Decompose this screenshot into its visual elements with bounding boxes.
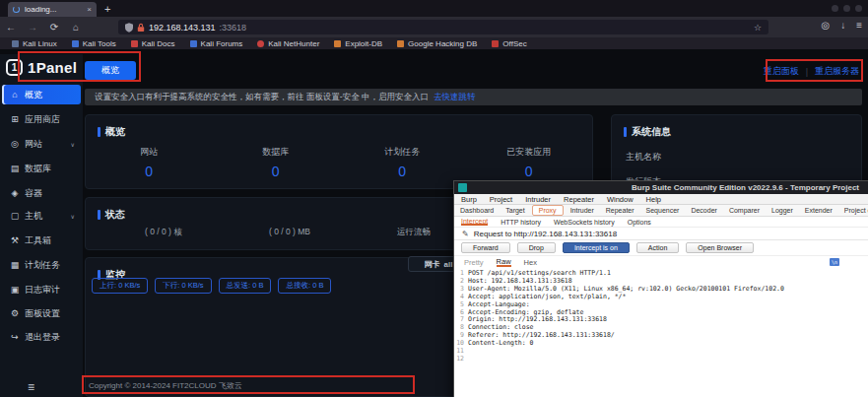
- subtab-intercept[interactable]: Intercept: [461, 218, 488, 226]
- burp-request-to-bar: ✎ Request to http://192.168.143.131:3361…: [454, 228, 868, 240]
- burp-app-icon: [458, 183, 467, 192]
- privacy-icon[interactable]: ◎: [821, 20, 830, 31]
- tab-title: loading...: [25, 5, 82, 14]
- forward-icon[interactable]: →: [22, 22, 43, 33]
- bookmark-kali-docs[interactable]: Kali Docs: [131, 39, 175, 48]
- alert-jump-link[interactable]: 去快速跳转: [434, 92, 476, 103]
- sidebar-item-logs[interactable]: ▣日志审计: [2, 280, 81, 299]
- action-button[interactable]: Action: [636, 242, 679, 253]
- maximize-icon[interactable]: [843, 5, 850, 12]
- overview-card-title: 概览: [105, 125, 125, 139]
- menu-repeater[interactable]: Repeater: [564, 195, 594, 204]
- sidebar-item-host[interactable]: ▢主机∨: [2, 206, 81, 226]
- open-browser-button[interactable]: Open Browser: [686, 242, 754, 253]
- intercept-toggle-button[interactable]: Intercept is on: [563, 242, 630, 253]
- chevron-down-icon: ∨: [71, 141, 75, 148]
- url-bar[interactable]: 192.168.143.131:33618 ☆: [118, 20, 768, 34]
- sidebar-item-website[interactable]: ◎网站∨: [2, 134, 81, 154]
- tab-repeater[interactable]: Repeater: [600, 206, 640, 215]
- minimize-icon[interactable]: [832, 5, 838, 12]
- burp-raw-request-editor[interactable]: 1POST /api/v1/settings/search HTTP/1.1 2…: [454, 268, 868, 364]
- show-nonprintables-button[interactable]: \n: [830, 258, 839, 266]
- tab-comparer[interactable]: Comparer: [723, 206, 766, 215]
- sidebar-item-overview[interactable]: ⌂概览: [2, 85, 81, 104]
- menu-burp[interactable]: Burp: [461, 195, 477, 204]
- tab-dashboard[interactable]: Dashboard: [454, 206, 500, 215]
- tab-decoder[interactable]: Decoder: [685, 206, 722, 215]
- close-icon[interactable]: [855, 5, 862, 12]
- bookmarks-bar: Kali Linux Kali Tools Kali Docs Kali For…: [0, 37, 868, 49]
- url-port: :33618: [220, 23, 247, 33]
- sidebar-item-app-store[interactable]: ⊞应用商店: [2, 109, 81, 129]
- bookmark-exploit-db[interactable]: Exploit-DB: [334, 39, 382, 48]
- schedule-icon: ▦: [10, 260, 20, 270]
- bookmark-kali-forums[interactable]: Kali Forums: [190, 39, 243, 48]
- url-host: 192.168.143.131: [149, 23, 216, 33]
- window-controls[interactable]: [832, 5, 862, 12]
- stat-website[interactable]: 网站0: [86, 146, 213, 179]
- bookmark-kali-tools[interactable]: Kali Tools: [72, 39, 116, 48]
- menu-project[interactable]: Project: [490, 195, 512, 204]
- sidebar-item-database[interactable]: ▤数据库: [2, 159, 81, 178]
- stat-cronjob[interactable]: 计划任务0: [339, 146, 466, 179]
- browser-tab-strip: loading... × +: [0, 0, 868, 17]
- tab-extender[interactable]: Extender: [799, 206, 838, 215]
- bookmark-star-icon[interactable]: ☆: [754, 23, 762, 33]
- request-line: 10Content-Length: 0: [454, 340, 868, 348]
- lock-icon[interactable]: [137, 23, 145, 33]
- menu-help[interactable]: Help: [646, 195, 661, 204]
- menu-window[interactable]: Window: [607, 195, 634, 204]
- tab-project-options[interactable]: Project options: [838, 206, 868, 215]
- sidebar-item-cron[interactable]: ▦计划任务: [2, 255, 81, 275]
- menu-icon[interactable]: ≡: [856, 20, 862, 31]
- bookmark-icon: [12, 40, 19, 47]
- database-icon: ▤: [10, 164, 20, 173]
- new-tab-button[interactable]: +: [104, 3, 110, 15]
- subtab-websockets-history[interactable]: WebSockets history: [554, 219, 615, 226]
- tab-logger[interactable]: Logger: [766, 206, 799, 215]
- sysinfo-hostname-row: 主机名称: [612, 139, 861, 164]
- forward-button[interactable]: Forward: [461, 242, 510, 253]
- menu-intruder[interactable]: Intruder: [525, 195, 551, 204]
- home-icon[interactable]: ⌂: [65, 22, 87, 33]
- tab-sequencer[interactable]: Sequencer: [640, 206, 686, 215]
- gear-icon: ⚙: [10, 308, 20, 318]
- back-icon[interactable]: ←: [0, 22, 22, 33]
- bookmark-kali-linux[interactable]: Kali Linux: [12, 39, 57, 48]
- request-line: 12: [454, 356, 868, 364]
- download-icon[interactable]: ↓: [840, 20, 845, 31]
- sysinfo-card-title: 系统信息: [632, 125, 671, 139]
- bookmark-offsec[interactable]: OffSec: [492, 39, 526, 48]
- burp-title-bar[interactable]: Burp Suite Community Edition v2022.9.6 -…: [454, 181, 868, 194]
- sidebar-item-settings[interactable]: ⚙面板设置: [2, 303, 81, 323]
- drop-button[interactable]: Drop: [517, 242, 556, 253]
- stat-installed-apps[interactable]: 已安装应用0: [466, 146, 593, 179]
- subtab-http-history[interactable]: HTTP history: [501, 219, 541, 226]
- view-pretty[interactable]: Pretty: [464, 258, 484, 267]
- shield-icon[interactable]: [125, 23, 133, 33]
- bookmark-google-hacking-db[interactable]: Google Hacking DB: [397, 39, 477, 48]
- bookmark-icon: [397, 40, 404, 47]
- sidebar-item-toolbox[interactable]: ⚒工具箱: [2, 231, 81, 250]
- stat-database[interactable]: 数据库0: [213, 146, 340, 179]
- chip-downstream: 下行: 0 KB/s: [155, 278, 211, 294]
- bookmark-icon: [72, 40, 79, 47]
- appstore-icon: ⊞: [10, 114, 20, 124]
- tab-intruder[interactable]: Intruder: [565, 206, 600, 215]
- browser-tab[interactable]: loading... ×: [8, 2, 97, 17]
- burp-main-tabs: Dashboard Target Proxy Intruder Repeater…: [454, 205, 868, 217]
- reload-icon[interactable]: ⟳: [43, 22, 65, 33]
- bookmark-kali-nethunter[interactable]: Kali NetHunter: [257, 39, 319, 48]
- view-hex[interactable]: Hex: [524, 258, 537, 267]
- sidebar-item-container[interactable]: ◈容器: [2, 183, 81, 203]
- view-raw[interactable]: Raw: [497, 257, 511, 267]
- alert-text: 设置安全入口有利于提高系统的安全性，如有需要，前往 面板设置-安全 中，启用安全…: [95, 92, 429, 103]
- tab-close-icon[interactable]: ×: [87, 5, 92, 14]
- tab-target[interactable]: Target: [500, 206, 530, 215]
- subtab-options[interactable]: Options: [628, 219, 651, 226]
- annotation-box-copyright: [82, 375, 415, 394]
- sidebar-collapse-icon[interactable]: ≡: [28, 380, 34, 394]
- sidebar-item-logout[interactable]: ↪退出登录: [2, 327, 81, 347]
- title-marker: [98, 210, 100, 220]
- tab-proxy[interactable]: Proxy: [532, 205, 564, 216]
